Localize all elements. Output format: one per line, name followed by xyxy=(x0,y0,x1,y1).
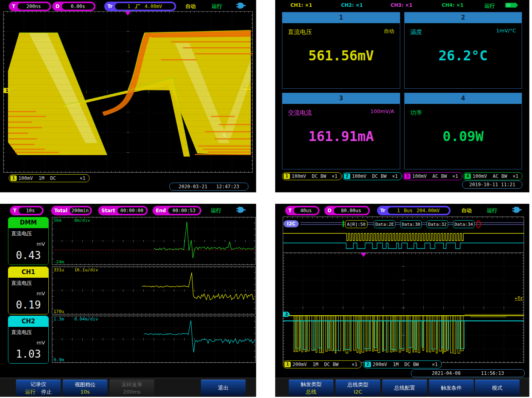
rec-strip-ch1-min: 170u xyxy=(54,309,64,314)
rec-card-ch2-reading: 1.03 xyxy=(8,348,48,360)
meter-box-1-reading: 561.56mV xyxy=(282,48,400,64)
i2c-tr-level: 204.00mV xyxy=(417,208,440,213)
i2c-menu-bustype-button[interactable]: 总线类型 I2C xyxy=(335,380,380,396)
rec-menu-exit-button[interactable]: 退出 xyxy=(201,380,246,396)
rec-t-label: T xyxy=(11,208,19,213)
i2c-ch1-badge: 1 xyxy=(284,362,291,367)
meter-box-4: 4 功率 0.09W xyxy=(404,93,522,169)
rec-menu-samplerate-value: 200ms xyxy=(123,389,141,395)
rec-menu-recorder-title: 记录仪 xyxy=(31,381,46,388)
battery-icon xyxy=(505,3,518,8)
trigger-source: 1 xyxy=(127,4,130,9)
meter-ch2-chip[interactable]: 2 100mV DC BW ×1 xyxy=(342,172,402,180)
rec-menu-run-option[interactable]: 运行 xyxy=(25,388,36,396)
i2c-ch2-chip[interactable]: 2 200mV 1M DC BW ×1 xyxy=(363,360,442,368)
timebase-pill[interactable]: T 200ns xyxy=(9,2,51,11)
i2c-trigger-position-marker[interactable] xyxy=(360,253,367,257)
rec-run-status: 运行 xyxy=(211,207,221,214)
rec-menu-viewscale-button[interactable]: 视图档位 10s xyxy=(63,380,107,396)
trigger-pill[interactable]: Tr 1 4.00mV xyxy=(104,2,176,11)
arrow-left-icon: ← xyxy=(243,85,246,90)
i2c-trigger-level-marker[interactable]: ←Tr xyxy=(515,296,523,301)
i2c-menu-mode-button[interactable]: 模式 xyxy=(475,380,520,396)
i2c-menu-busconfig-button[interactable]: 总线配置 xyxy=(382,380,427,396)
delay-value: 0.00s xyxy=(62,3,94,10)
rec-strip-dmm-perdiv: 8m/div xyxy=(74,218,90,223)
rec-card-ch1-title: CH1 xyxy=(8,267,48,278)
i2c-timebase-pill[interactable]: T 40us xyxy=(285,206,320,215)
i2c-menu-trigcondition-button[interactable]: 触发条件 xyxy=(429,380,474,396)
i2c-date: 2021-04-08 xyxy=(432,370,461,376)
timebase-label: T xyxy=(10,4,18,9)
rec-card-ch2[interactable]: CH2 直流电压 mV 1.03 xyxy=(8,316,49,364)
rec-t-value: 10s xyxy=(19,207,42,214)
meter-box-2-function: 温度 xyxy=(410,28,422,36)
i2c-datetime-box: 2021-04-08 11:56:13 xyxy=(411,369,525,377)
meter-ch4-probe: CH4: ×1 xyxy=(442,2,464,8)
i2c-t-label: T xyxy=(286,208,294,213)
rec-card-dmm-unit: mV xyxy=(36,241,45,247)
meter-ch4-settings: 100mV AC BW xyxy=(472,173,510,179)
i2c-ch1-chip[interactable]: 1 200mV 1M DC BW ×1 xyxy=(283,360,361,368)
meter-box-3-header: 3 xyxy=(282,93,400,104)
i2c-data-frame-1: Data:2E xyxy=(374,220,395,228)
i2c-trigger-pill[interactable]: Tr 1 Bus 204.00mV xyxy=(377,206,451,215)
rec-menu-bar: 记录仪 运行 停止 视图档位 10s 采样速率 200ms 退出 xyxy=(0,378,256,397)
i2c-delay-pill[interactable]: D 80.00us xyxy=(324,206,370,215)
rec-card-ch2-function: 直流电压 xyxy=(11,329,32,335)
rec-start-pill[interactable]: Start 00:00:00 xyxy=(98,206,148,215)
i2c-ch1-settings: 200mV 1M DC BW xyxy=(292,362,349,367)
meter-ch4-badge: 4 xyxy=(465,173,471,179)
i2c-menu-bustype-value: I2C xyxy=(353,389,362,395)
i2c-stop-condition-marker xyxy=(476,220,481,228)
meter-ch1-chip[interactable]: 1 100mV DC BW ×1 xyxy=(282,172,341,180)
meter-box-1-function: 直流电压 xyxy=(288,28,312,36)
meter-box-2-reading: 26.2°C xyxy=(405,48,522,64)
date-text: 2020-03-21 xyxy=(179,184,207,189)
rec-end-pill[interactable]: End 00:00:53 xyxy=(153,206,201,215)
trigger-level-marker[interactable]: ←Tr xyxy=(243,85,251,90)
rec-strip-dmm: 56m 8m/div -24m xyxy=(52,217,256,265)
rec-total-pill[interactable]: Total 200min xyxy=(51,206,92,215)
rec-total-value: 200min xyxy=(70,207,90,214)
bus-type-chip[interactable]: I2C xyxy=(284,220,299,227)
i2c-waveform-canvas xyxy=(283,217,524,363)
timebase-value: 200ns xyxy=(18,3,50,10)
power-plug-icon xyxy=(236,206,246,214)
meter-ch3-chip[interactable]: 3 100mV AC BW ×1 xyxy=(403,172,462,180)
i2c-menu-trigtype-button[interactable]: 触发类型 总线 xyxy=(289,380,333,396)
meter-box-4-reading: 0.09W xyxy=(405,128,522,144)
meter-run-status: 运行 xyxy=(484,2,495,10)
rec-end-value: 00:00:53 xyxy=(168,207,200,214)
delay-pill[interactable]: D 0.00s xyxy=(52,2,95,11)
i2c-data-frame-3: Data:32 xyxy=(427,220,448,228)
channel1-probe: ×1 xyxy=(80,175,85,181)
rec-strip-ch2-max: 1.3m xyxy=(54,316,64,322)
rec-menu-recorder-button[interactable]: 记录仪 运行 停止 xyxy=(16,380,61,396)
rec-strip-ch2-min: 0.9m xyxy=(54,357,64,362)
trigger-position-marker[interactable] xyxy=(124,12,131,16)
rec-strip-ch2: 1.3m 0.04m/div 0.9m xyxy=(52,316,256,363)
panel-recorder: T 10s Total 200min Start 00:00:00 End 00… xyxy=(0,204,256,396)
rec-timebase-pill[interactable]: T 10s xyxy=(10,206,44,215)
rec-card-dmm-reading: 0.43 xyxy=(8,249,48,261)
rec-menu-stop-option[interactable]: 停止 xyxy=(41,388,52,396)
rec-menu-viewscale-title: 视图档位 xyxy=(75,381,95,388)
i2c-display: I2C A[R]:50 Data:2E Data:30 Data:32 Data… xyxy=(283,217,524,363)
meter-box-4-function: 功率 xyxy=(410,109,422,117)
meter-box-3-reading: 161.91mA xyxy=(282,128,400,144)
rec-strip-dmm-canvas xyxy=(52,217,256,265)
meter-box-2-header: 2 xyxy=(405,12,522,23)
meter-ch1-settings: 100mV DC BW xyxy=(292,173,330,179)
meter-ch4-chip[interactable]: 4 100mV AC BW ×1 xyxy=(463,172,522,180)
arrow-left-icon: ← xyxy=(515,296,518,301)
meter-box-1-header: 1 xyxy=(282,12,400,23)
meter-datetime: 2019-10-11 11:21 xyxy=(469,182,516,187)
channel1-settings-chip[interactable]: 1 100mV 1M DC ×1 xyxy=(9,174,89,182)
meter-box-4-header: 4 xyxy=(405,93,522,104)
rec-card-dmm[interactable]: DMM 直流电压 mV 0.43 xyxy=(8,217,49,265)
rec-card-ch1[interactable]: CH1 直流电压 mV 0.19 xyxy=(8,267,49,314)
rec-strip-ch1-perdiv: 16.1u/div xyxy=(74,267,98,273)
i2c-menu-bustype-title: 总线类型 xyxy=(347,381,368,388)
meter-box-3-range: 100mV/A xyxy=(370,108,394,114)
